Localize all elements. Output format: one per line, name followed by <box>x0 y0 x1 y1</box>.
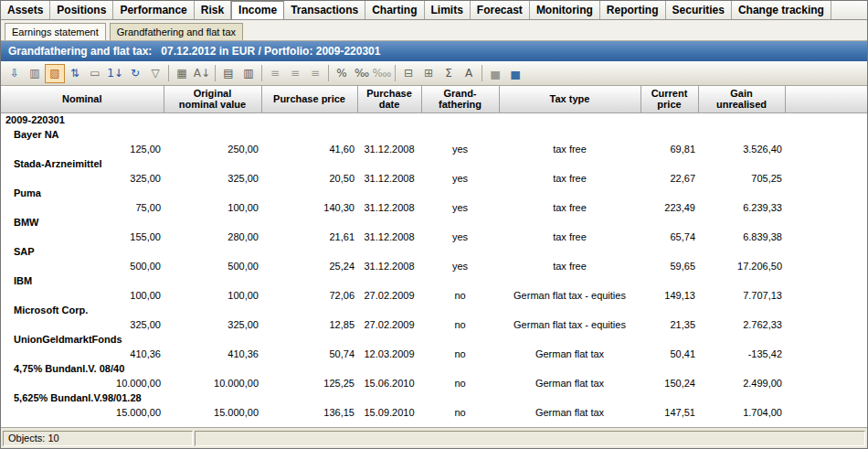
subtab-earnings-statement[interactable]: Earnings statement <box>5 23 106 40</box>
security-name-row[interactable]: IBM <box>1 273 867 288</box>
tab-charting[interactable]: Charting <box>365 1 424 19</box>
decimal-decrease-button[interactable]: ‱ <box>372 64 392 83</box>
sum-button[interactable]: Σ <box>439 64 459 83</box>
cell-nominal: 100,00 <box>1 288 164 303</box>
tab-limits[interactable]: Limits <box>425 1 471 19</box>
security-name-row[interactable]: Puma <box>1 186 867 200</box>
cell-purchase-price: 136,15 <box>261 405 357 420</box>
tab-positions[interactable]: Positions <box>50 1 113 19</box>
cell-current-price: 149,13 <box>640 288 698 303</box>
chart-colored-button[interactable]: ▅ <box>505 64 525 83</box>
tab-income[interactable]: Income <box>231 1 284 20</box>
tab-change-tracking[interactable]: Change tracking <box>732 1 831 19</box>
align-center-button[interactable]: ≡ <box>285 64 305 83</box>
transfer-button[interactable]: ⇅ <box>65 64 85 83</box>
portfolio-group-row[interactable]: 2009-220301 <box>1 112 867 127</box>
application-window: AssetsPositionsPerformanceRiskIncomeTran… <box>0 0 868 449</box>
column-header-purchase-date[interactable]: Purchase date <box>357 86 421 112</box>
chart-column-button[interactable]: ▅ <box>485 64 505 83</box>
decimal-decrease-icon: ‱ <box>373 68 392 79</box>
column-header-current-price[interactable]: Current price <box>640 86 698 112</box>
print-preview-button[interactable]: ▥ <box>238 64 259 83</box>
align-right-button[interactable]: ≡ <box>305 64 325 83</box>
percent-button[interactable]: % <box>332 64 352 83</box>
cell-gain-unrealised: 2.762,33 <box>698 317 785 332</box>
security-name-row[interactable]: Microsoft Corp. <box>1 303 867 317</box>
cell-purchase-price: 25,24 <box>261 259 357 273</box>
cell-original-nominal-value: 280,00 <box>164 230 261 244</box>
cell-gain-unrealised: 705,25 <box>698 171 785 186</box>
toolbar-separator <box>215 65 216 81</box>
cell-filler <box>785 405 867 420</box>
cell-nominal: 500,00 <box>1 259 164 273</box>
cell-tax-type: tax free <box>499 142 640 156</box>
security-data-row[interactable]: 500,00500,0025,2431.12.2008yestax free59… <box>1 259 867 273</box>
font-icon: A <box>465 68 472 79</box>
security-data-row[interactable]: 155,00280,0021,6131.12.2008yestax free65… <box>1 230 867 244</box>
column-header-filler <box>785 86 867 112</box>
column-header-original-nominal-value[interactable]: Original nominal value <box>164 86 261 112</box>
align-left-button[interactable]: ≡ <box>265 64 285 83</box>
column-header-tax-type[interactable]: Tax type <box>499 86 640 112</box>
cell-grand-fathering: yes <box>421 230 499 244</box>
sort-az-button[interactable]: A↓ <box>192 64 212 83</box>
print-button[interactable]: ▤ <box>218 64 238 83</box>
security-name: SAP <box>1 244 867 259</box>
merge-button[interactable]: ⊞ <box>418 64 439 83</box>
cell-original-nominal-value: 410,36 <box>164 347 261 361</box>
print-icon: ▤ <box>223 68 233 79</box>
cell-tax-type: tax free <box>499 230 640 244</box>
security-data-row[interactable]: 325,00325,0020,5031.12.2008yestax free22… <box>1 171 867 186</box>
tab-performance[interactable]: Performance <box>113 1 194 19</box>
tab-transactions[interactable]: Transactions <box>284 1 365 19</box>
sort-order-button[interactable]: 1↓ <box>105 64 125 83</box>
selection-icon: ▭ <box>90 68 100 79</box>
cell-purchase-price: 125,25 <box>261 376 357 390</box>
tab-reporting[interactable]: Reporting <box>600 1 666 19</box>
refresh-button[interactable]: ↻ <box>125 64 145 83</box>
tab-forecast[interactable]: Forecast <box>471 1 530 19</box>
import-button[interactable]: ⇩ <box>5 64 25 83</box>
tab-monitoring[interactable]: Monitoring <box>530 1 600 19</box>
toolbar-separator <box>168 65 169 81</box>
column-header-grand-fathering[interactable]: Grand- fathering <box>421 86 499 112</box>
cell-purchase-price: 20,50 <box>261 171 357 186</box>
security-name-row[interactable]: SAP <box>1 244 867 259</box>
cell-original-nominal-value: 325,00 <box>164 317 261 332</box>
security-data-row[interactable]: 100,00100,0072,0627.02.2009noGerman flat… <box>1 288 867 303</box>
tab-assets[interactable]: Assets <box>1 1 50 19</box>
cell-current-price: 69,81 <box>640 142 698 156</box>
selection-button[interactable]: ▭ <box>85 64 105 83</box>
decimal-increase-button[interactable]: ‰ <box>352 64 372 83</box>
column-header-gain-unrealised[interactable]: Gain unrealised <box>698 86 785 112</box>
security-name-row[interactable]: BMW <box>1 215 867 230</box>
tab-securities[interactable]: Securities <box>666 1 732 19</box>
freeze-button[interactable]: ⊟ <box>398 64 418 83</box>
security-name-row[interactable]: Bayer NA <box>1 127 867 142</box>
font-button[interactable]: A <box>459 64 479 83</box>
security-name-row[interactable]: UnionGeldmarktFonds <box>1 332 867 347</box>
export-button[interactable]: ▥ <box>25 64 45 83</box>
security-name-row[interactable]: 4,75% Bundanl.V. 08/40 <box>1 361 867 376</box>
cell-original-nominal-value: 250,00 <box>164 142 261 156</box>
column-header-nominal[interactable]: Nominal <box>1 86 164 112</box>
security-data-row[interactable]: 15.000,0015.000,00136,1515.09.2010noGerm… <box>1 405 867 420</box>
table-sort-button[interactable]: ▦ <box>172 64 192 83</box>
security-data-row[interactable]: 410,36410,3650,7412.03.2009noGerman flat… <box>1 347 867 361</box>
security-name-row[interactable]: Stada-Arzneimittel <box>1 156 867 171</box>
cell-nominal: 325,00 <box>1 171 164 186</box>
security-data-row[interactable]: 125,00250,0041,6031.12.2008yestax free69… <box>1 142 867 156</box>
print-preview-icon: ▥ <box>243 68 253 79</box>
sub-tab-bar: Earnings statementGrandfathering and fla… <box>1 20 867 41</box>
export-icon: ▥ <box>29 68 39 79</box>
security-name-row[interactable]: 5,625% Bundanl.V.98/01.28 <box>1 390 867 405</box>
security-data-row[interactable]: 75,00100,00140,3031.12.2008yestax free22… <box>1 200 867 215</box>
import-icon: ⇩ <box>10 68 19 79</box>
filter-button[interactable]: ▽ <box>145 64 165 83</box>
column-header-purchase-price[interactable]: Purchase price <box>261 86 357 112</box>
chart-wizard-button[interactable]: ▧ <box>45 64 65 83</box>
security-data-row[interactable]: 10.000,0010.000,00125,2515.06.2010noGerm… <box>1 376 867 390</box>
tab-risk[interactable]: Risk <box>195 1 231 19</box>
subtab-grandfathering-and-flat-tax[interactable]: Grandfathering and flat tax <box>110 23 243 40</box>
security-data-row[interactable]: 325,00325,0012,8527.02.2009noGerman flat… <box>1 317 867 332</box>
